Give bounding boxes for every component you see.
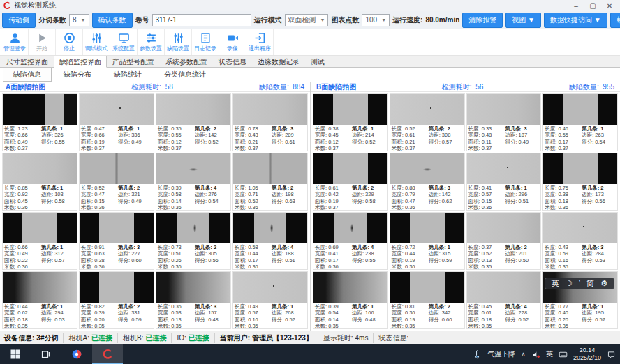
weather-text[interactable]: 气温下降 — [487, 349, 515, 359]
defect-cell[interactable]: 944 黑点 |20:14:27 长度: 0.43 宽度: 0.59 面积: 0… — [542, 212, 618, 270]
defect-cell[interactable]: 879 黑点 |20:14:33 长度: 0.52 宽度: 0.47 面积: 0… — [79, 153, 154, 211]
action-monitor-button[interactable]: 系统配置 — [110, 29, 138, 55]
defect-image[interactable] — [233, 153, 307, 184]
defect-image[interactable] — [80, 213, 154, 243]
action-log-button[interactable]: 日志记录 — [192, 29, 219, 55]
help-menu-button[interactable]: 帮助 ▼ — [610, 13, 620, 28]
view-menu-button[interactable]: 视图 ▼ — [505, 13, 541, 28]
defect-cell[interactable]: 878 黑点 |20:14:32 长度: 0.39 宽度: 0.58 面积: 0… — [156, 153, 231, 211]
keyboard-icon[interactable] — [559, 350, 568, 359]
main-tab-1[interactable]: 缺陷监控界面 — [54, 56, 107, 68]
chart-points-select[interactable]: 100▼ — [362, 14, 390, 26]
defect-image[interactable] — [233, 213, 307, 243]
defect-cell[interactable]: 954 黑点 |20:14:37 长度: 0.52 宽度: 0.61 面积: 0… — [390, 93, 465, 151]
ime-item-2[interactable]: ’ — [579, 280, 580, 287]
defect-cell[interactable]: 884 黑点 |20:14:37 长度: 1.23 宽度: 0.66 面积: 0… — [2, 93, 78, 151]
defect-cell[interactable]: 876 氧化 |20:14:31 长度: 0.66 宽度: 0.49 面积: 0… — [2, 212, 78, 270]
action-camera-button[interactable]: 录像 — [219, 29, 246, 55]
defect-image[interactable] — [156, 153, 230, 184]
defect-image[interactable] — [233, 272, 307, 303]
action-sliders-h-button[interactable]: 参数设置 — [138, 29, 165, 55]
defect-image[interactable] — [156, 213, 230, 243]
defect-cell[interactable]: 947 挂伤 |20:14:28 长度: 0.69 宽度: 0.41 面积: 0… — [313, 212, 388, 270]
defect-image[interactable] — [313, 94, 388, 125]
ime-item-3[interactable]: 简 — [586, 280, 594, 287]
defect-image[interactable] — [390, 94, 464, 125]
main-tab-5[interactable]: 边缘数据记录 — [252, 56, 305, 67]
defect-image[interactable] — [467, 213, 541, 243]
defect-cell[interactable]: 946 挂伤 |20:14:28 长度: 0.72 宽度: 0.44 面积: 0… — [390, 212, 465, 270]
defect-cell[interactable]: 872 黑点 |20:14:30 长度: 0.44 宽度: 0.62 面积: 0… — [2, 271, 78, 329]
defect-cell[interactable]: 869 黑点 |20:14:28 长度: 0.49 宽度: 0.57 面积: 0… — [232, 271, 308, 329]
defect-image[interactable] — [80, 94, 154, 125]
defect-cell[interactable]: 875 压伤 |20:14:31 长度: 0.91 宽度: 0.63 面积: 0… — [79, 212, 154, 270]
defect-image[interactable] — [80, 272, 154, 303]
minimize-button[interactable]: – — [568, 2, 584, 10]
defect-image[interactable] — [80, 153, 154, 184]
defect-cell[interactable]: 870 黑点 |20:14:28 长度: 0.36 宽度: 0.53 面积: 0… — [156, 271, 231, 329]
defect-cell[interactable]: 880 压伤 |20:14:35 长度: 0.85 宽度: 0.92 面积: 0… — [2, 153, 78, 211]
slit-count-select[interactable]: 8▼ — [69, 14, 89, 26]
action-exit-button[interactable]: 退出程序 — [246, 29, 274, 55]
main-tab-0[interactable]: 尺寸监控界面 — [1, 56, 54, 67]
defect-image[interactable] — [233, 94, 307, 125]
defect-image[interactable] — [313, 153, 388, 184]
sub-tab-0[interactable]: 缺陷信息 — [3, 68, 52, 82]
defect-image[interactable] — [156, 94, 230, 125]
defect-image[interactable] — [467, 153, 541, 184]
taskbar-app-logo-button[interactable] — [92, 344, 123, 364]
defect-cell[interactable]: 883 黑点 |20:14:37 长度: 0.47 宽度: 0.66 面积: 0… — [79, 93, 154, 151]
defect-cell[interactable]: 951 黑点 |20:14:36 长度: 0.61 宽度: 0.42 面积: 0… — [313, 153, 388, 211]
defect-image[interactable] — [467, 94, 541, 125]
volume-icon[interactable] — [531, 350, 540, 359]
defect-image[interactable] — [543, 213, 617, 243]
defect-cell[interactable]: 871 挂伤 |20:14:30 长度: 0.82 宽度: 0.39 面积: 0… — [79, 271, 154, 329]
close-button[interactable]: ✕ — [602, 2, 617, 10]
defect-image[interactable] — [3, 94, 77, 125]
action-sliders-v-button[interactable]: 缺陷设置 — [165, 29, 192, 55]
defect-image[interactable] — [313, 272, 388, 303]
sub-tab-1[interactable]: 缺陷分布 — [53, 68, 102, 82]
defect-cell[interactable]: 941 黑点 |20:14:26 长度: 0.45 宽度: 0.61 面积: 0… — [466, 271, 542, 329]
input-language-indicator[interactable]: 英 — [546, 349, 553, 359]
defect-image[interactable] — [3, 272, 77, 303]
data-access-menu-button[interactable]: 数据快捷访问 ▼ — [544, 13, 607, 28]
defect-cell[interactable]: 873 压伤 |20:14:30 长度: 0.58 宽度: 0.44 面积: 0… — [232, 212, 308, 270]
defect-image[interactable] — [390, 272, 464, 303]
tray-expand-icon[interactable]: ∧ — [521, 351, 526, 358]
drive-side-button[interactable]: 传动侧 — [2, 13, 36, 28]
defect-cell[interactable]: 952 黑点 |20:14:36 长度: 0.46 宽度: 0.55 面积: 0… — [542, 93, 618, 151]
defect-cell[interactable]: 949 黑点 |20:14:30 长度: 0.41 宽度: 0.57 面积: 0… — [466, 153, 542, 211]
maximize-button[interactable]: ▢ — [585, 2, 600, 10]
taskbar-windows-button[interactable] — [0, 344, 31, 364]
action-play-button[interactable]: 开始 — [29, 29, 56, 55]
defect-cell[interactable]: 882 黑点 |20:14:35 长度: 0.35 宽度: 0.55 面积: 0… — [156, 93, 231, 151]
defect-image[interactable] — [390, 153, 464, 184]
defect-image[interactable] — [543, 153, 617, 184]
main-tab-6[interactable]: 测试 — [305, 56, 330, 67]
taskbar-task-view-button[interactable] — [31, 344, 61, 364]
defect-cell[interactable]: 943 黑点 |20:14:26 长度: 0.39 宽度: 0.54 面积: 0… — [313, 271, 388, 329]
defect-cell[interactable]: 948 挂伤 |20:14:28 长度: 0.75 宽度: 0.38 面积: 0… — [542, 153, 618, 211]
confirm-count-button[interactable]: 确认条数 — [92, 13, 133, 28]
notification-center-icon[interactable] — [607, 350, 616, 359]
defect-image[interactable] — [313, 213, 388, 243]
defect-image[interactable] — [3, 213, 77, 243]
action-tune-button[interactable]: 调试模式 — [83, 29, 110, 55]
defect-image[interactable] — [467, 272, 541, 303]
main-tab-3[interactable]: 系统参数配置 — [160, 56, 213, 67]
defect-cell[interactable]: 874 压伤 |20:14:31 长度: 0.73 宽度: 0.51 面积: 0… — [156, 212, 231, 270]
action-stop-button[interactable]: 停止 — [56, 29, 83, 55]
defect-cell[interactable]: 955 黑点 |20:14:39 长度: 0.38 宽度: 0.45 面积: 0… — [313, 93, 388, 151]
defect-cell[interactable]: 942 挂伤 |20:14:26 长度: 0.81 宽度: 0.36 面积: 0… — [390, 271, 465, 329]
clock[interactable]: 20:14 2025/2/10 — [573, 347, 601, 362]
sub-tab-2[interactable]: 缺陷统计 — [103, 68, 152, 82]
defect-cell[interactable]: 877 氧化 |20:14:31 长度: 1.05 宽度: 0.71 面积: 0… — [232, 153, 308, 211]
defect-cell[interactable]: 953 黑点 |20:14:37 长度: 0.33 宽度: 0.48 面积: 0… — [466, 93, 542, 151]
defect-image[interactable] — [3, 153, 77, 184]
defect-image[interactable] — [543, 94, 617, 125]
defect-cell[interactable]: 950 小凹坑 |20:14:32 长度: 0.88 宽度: 0.79 面积: … — [390, 153, 465, 211]
roll-number-input[interactable] — [152, 14, 251, 26]
sub-tab-3[interactable]: 分类信息统计 — [154, 68, 216, 82]
clear-alarm-button[interactable]: 清除报警 — [462, 13, 503, 28]
